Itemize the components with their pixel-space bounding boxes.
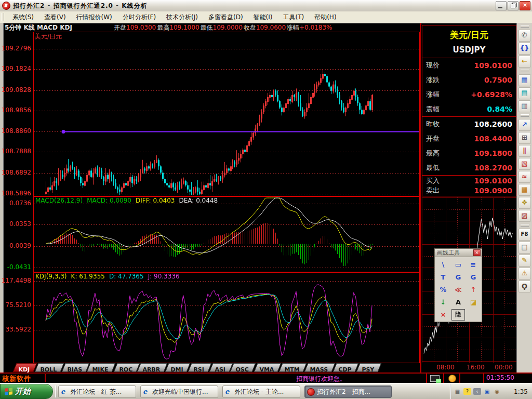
window-controls: × <box>496 1 532 10</box>
start-label: 开始 <box>15 387 31 396</box>
warning-icon[interactable]: ⚠ <box>518 268 531 280</box>
indicator-tab-mtm[interactable]: MTM <box>278 363 307 372</box>
y-tick: 108.6892 <box>1 169 31 176</box>
menu-item-4[interactable]: 技术分析(J) <box>161 12 203 23</box>
t-channel-tool[interactable]: T <box>436 272 450 283</box>
menu-item-1[interactable]: 查看(V) <box>39 12 71 23</box>
minimize-button[interactable] <box>496 1 507 10</box>
percent-lines-tool[interactable]: % <box>436 284 450 296</box>
network-tray-icon[interactable]: ▣ <box>483 388 491 395</box>
menu-item-8[interactable]: 帮助(H) <box>309 12 341 23</box>
quote-value: 0.7500 <box>484 76 512 84</box>
indicator-tab-rsi[interactable]: RSI <box>188 363 211 372</box>
trend-line-tool[interactable]: \ <box>436 259 450 271</box>
indicator-tab-mass[interactable]: MASS <box>304 363 336 372</box>
status-cell-empty <box>459 374 484 383</box>
eraser-tool[interactable]: ◪ <box>467 297 480 308</box>
close-button[interactable]: × <box>520 1 530 10</box>
quote-row-9: 卖出109.0900 <box>422 185 516 195</box>
multi-chart-icon[interactable]: ▨ <box>518 210 531 222</box>
taskbar-task-3[interactable]: 招行外汇2 - 招商... <box>304 385 392 398</box>
menu-item-0[interactable]: 系统(S) <box>7 12 39 23</box>
macd-value-2: DEA: 0.0448 <box>179 197 218 204</box>
info-label-4: 涨幅 <box>287 24 299 31</box>
info-value-4: +0.0183% <box>299 24 332 31</box>
taskbar-divider <box>55 385 57 397</box>
color-table-icon[interactable]: ▦ <box>518 184 531 196</box>
pencil-icon[interactable]: ✎ <box>518 255 531 267</box>
taskbar: 开始 e外汇论坛 - 红 茶...e欢迎光临中国银行...e外汇论坛 - 主论.… <box>0 383 532 399</box>
kline-chart-canvas[interactable] <box>33 32 420 196</box>
keyboard-tray-icon[interactable]: ▦ <box>454 388 461 395</box>
taskbar-task-0[interactable]: e外汇论坛 - 红 茶... <box>58 385 136 398</box>
ie-icon: e <box>143 388 150 395</box>
menu-item-7[interactable]: 工具(T) <box>277 12 309 23</box>
gann-lines-tool[interactable]: G <box>467 272 480 283</box>
indicator-tab-dmi[interactable]: DMI <box>165 363 191 372</box>
kdj-chart-canvas[interactable] <box>33 272 420 363</box>
indicator-tab-bias[interactable]: BIAS <box>61 363 89 372</box>
help-tray-icon[interactable]: ? <box>463 388 471 395</box>
menu-item-5[interactable]: 多窗看盘(D) <box>203 12 248 23</box>
taskbar-task-1[interactable]: e欢迎光临中国银行... <box>140 385 218 398</box>
info-value-3: 109.0600 <box>256 24 286 31</box>
connection-status-icon[interactable] <box>430 375 440 382</box>
status-cell-network <box>426 374 444 383</box>
side-toolbar-grip[interactable] <box>521 25 529 28</box>
vendor-brand: 核新软件 <box>2 374 46 382</box>
indicator-tab-vma[interactable]: VMA <box>254 363 281 372</box>
rectangle-tool[interactable]: ▭ <box>451 259 465 271</box>
taskbar-task-2[interactable]: e外汇论坛 - 主论... <box>222 385 300 398</box>
menu-item-6[interactable]: 智能(I) <box>248 12 278 23</box>
mini-x-tick-1: 16:00 <box>467 364 485 371</box>
text-tool[interactable]: A <box>451 297 465 308</box>
indicator-tab-psy[interactable]: PSY <box>356 363 382 372</box>
quote-value: 108.2600 <box>474 120 512 128</box>
analysis-chart-icon[interactable]: ▧ <box>518 158 531 170</box>
quote-list-icon[interactable]: ▤ <box>518 87 531 99</box>
toolbar-grip[interactable] <box>2 13 4 21</box>
delete-tool[interactable]: × <box>436 309 450 321</box>
f8-icon[interactable]: F8 <box>518 229 531 241</box>
panel-calc-icon[interactable]: ⊞ <box>518 132 531 144</box>
y-tick: 109.0828 <box>1 87 31 94</box>
fan-lines-tool[interactable]: ≪ <box>451 284 465 296</box>
print-icon[interactable]: ▤ <box>518 242 531 254</box>
zoom-icon[interactable]: Ϙ <box>518 281 531 292</box>
report-globe-icon[interactable]: ▦ <box>518 74 531 86</box>
indicator-tab-osc[interactable]: OSC <box>230 363 256 372</box>
volume-tray-icon[interactable]: ◉ <box>493 388 501 395</box>
quote-value: 0.84% <box>487 105 512 113</box>
connect-icon[interactable]: {} <box>518 43 531 55</box>
up-arrow-tool[interactable]: ↑ <box>467 284 480 296</box>
phone-icon[interactable]: ✆ <box>518 30 531 42</box>
menu-item-2[interactable]: 行情报价(W) <box>71 12 117 23</box>
indicator-tab-arbr[interactable]: ARBR <box>137 363 168 372</box>
trend-chart-icon[interactable]: ↗ <box>518 119 531 131</box>
back-arrow-icon[interactable]: ← <box>518 56 531 68</box>
candlestick-icon[interactable]: ∥ <box>518 145 531 157</box>
restore-button[interactable] <box>508 1 518 10</box>
down-arrow-tool[interactable]: ↓ <box>436 297 450 308</box>
draw-tools-titlebar[interactable]: 画线工具 × <box>435 249 482 257</box>
start-button[interactable]: 开始 <box>0 384 53 399</box>
indicator-tab-roc[interactable]: ROC <box>113 363 140 372</box>
indicator-tab-kdj[interactable]: KDJ <box>13 363 37 372</box>
scatter-icon[interactable]: ❖ <box>518 197 531 209</box>
golden-section-tool[interactable]: G <box>451 272 465 283</box>
hide-tool[interactable]: 隐 <box>451 309 465 321</box>
parallel-lines-tool[interactable]: ≡ <box>467 259 480 271</box>
rollback-tray-icon[interactable]: ‹ <box>473 388 481 395</box>
indicator-tab-cdp[interactable]: CDP <box>333 363 359 372</box>
welcome-message: 招商银行欢迎您。 <box>296 375 346 383</box>
curve-chart-icon[interactable]: ≈ <box>518 171 531 183</box>
draw-tools-close-icon[interactable]: × <box>473 249 481 256</box>
menu-item-3[interactable]: 分时分析(F) <box>117 12 161 23</box>
macd-chart-canvas[interactable] <box>33 196 420 272</box>
data-grid-icon[interactable]: ▥ <box>518 100 531 112</box>
indicator-tab-mike[interactable]: MIKE <box>87 363 116 372</box>
indicator-tab-boll[interactable]: BOLL <box>34 363 64 372</box>
quote-value: 108.2700 <box>474 164 512 172</box>
indicator-tab-asi[interactable]: ASI <box>209 363 233 372</box>
mascot-icon[interactable] <box>448 375 456 382</box>
